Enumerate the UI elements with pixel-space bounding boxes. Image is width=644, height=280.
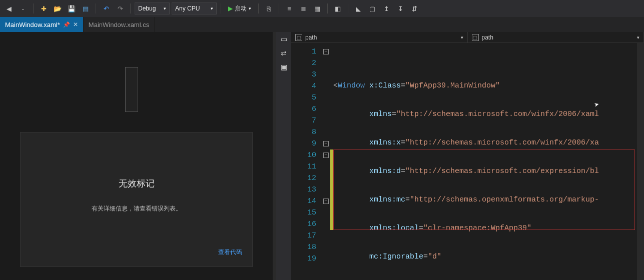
- tool-icon[interactable]: ◧: [332, 2, 344, 14]
- line-number-gutter: 1 2 3 4 5 6 7 8 9 10 11 12 13 14 15 16 1…: [291, 43, 321, 280]
- expand-icon[interactable]: ▣: [281, 63, 287, 71]
- separator: [130, 4, 131, 14]
- tab-label: MainWindow.xaml.cs: [89, 21, 149, 28]
- chevron-down-icon: ▾: [637, 35, 639, 40]
- nav-back-button[interactable]: ◀: [3, 2, 15, 14]
- breadcrumb-left[interactable]: ⬚ path ▾: [291, 32, 468, 42]
- tool-icon[interactable]: ▢: [366, 2, 378, 14]
- fold-toggle[interactable]: −: [323, 152, 329, 158]
- breadcrumb-text: path: [482, 34, 493, 41]
- view-code-link[interactable]: 查看代码: [218, 248, 242, 256]
- tab-label: MainWindow.xaml*: [5, 21, 60, 28]
- designer-error-subtitle: 有关详细信息，请查看错误列表。: [92, 204, 182, 213]
- separator: [33, 4, 34, 14]
- chevron-down-icon: ▾: [249, 6, 251, 11]
- tool-icon[interactable]: ↥: [380, 2, 392, 14]
- separator: [258, 4, 259, 14]
- breadcrumb-text: path: [305, 34, 317, 41]
- close-icon[interactable]: ✕: [73, 21, 78, 28]
- designer-error-title: 无效标记: [119, 178, 155, 190]
- separator: [348, 4, 348, 14]
- new-item-icon[interactable]: ✚: [38, 2, 50, 14]
- open-icon[interactable]: 📂: [52, 2, 64, 14]
- tab-mainwindow-xaml-cs[interactable]: MainWindow.xaml.cs: [84, 17, 155, 32]
- separator: [221, 4, 221, 14]
- vertical-scrollbar[interactable]: [637, 43, 644, 280]
- breadcrumb-bar: ⬚ path ▾ ⬚ path ▾: [291, 32, 644, 43]
- tabstrip: MainWindow.xaml* 📌 ✕ MainWindow.xaml.cs: [0, 17, 644, 32]
- bookmark-icon[interactable]: ◣: [352, 2, 364, 14]
- split-icon[interactable]: ▭: [281, 35, 287, 43]
- breadcrumb-right[interactable]: ⬚ path ▾: [468, 32, 645, 42]
- redo-icon[interactable]: ↷: [114, 2, 126, 14]
- separator: [279, 4, 279, 14]
- fold-toggle[interactable]: −: [323, 198, 329, 204]
- element-icon: ⬚: [295, 34, 302, 41]
- chevron-down-icon: ▾: [211, 6, 213, 11]
- run-button[interactable]: ▶ 启动 ▾: [225, 2, 254, 14]
- thumbnail-outline: [125, 67, 138, 112]
- platform-label: Any CPU: [175, 5, 200, 12]
- swap-icon[interactable]: ⇄: [281, 49, 287, 57]
- tool-icon[interactable]: ⎘: [263, 2, 275, 14]
- code-content[interactable]: <Window x:Class="WpfApp39.MainWindow" xm…: [333, 43, 637, 280]
- tool-icon[interactable]: ≡: [283, 2, 295, 14]
- platform-dropdown[interactable]: Any CPU ▾: [172, 2, 217, 14]
- tab-mainwindow-xaml[interactable]: MainWindow.xaml* 📌 ✕: [0, 17, 84, 32]
- designer-error-box: 无效标记 有关详细信息，请查看错误列表。 查看代码: [20, 132, 253, 267]
- chevron-down-icon: ▾: [461, 35, 463, 40]
- tool-icon[interactable]: ⇵: [408, 2, 420, 14]
- chevron-down-icon: ▾: [164, 6, 166, 11]
- pin-icon[interactable]: 📌: [63, 22, 70, 28]
- element-icon: ⬚: [472, 34, 479, 41]
- config-dropdown[interactable]: Debug ▾: [135, 2, 170, 14]
- tool-icon[interactable]: ▦: [311, 2, 323, 14]
- tool-icon[interactable]: ↧: [394, 2, 406, 14]
- editor-body[interactable]: ➤ 1 2 3 4 5 6 7 8 9 10 11 12 13 14 15 16…: [291, 43, 644, 280]
- main-area: 无效标记 有关详细信息，请查看错误列表。 查看代码 ▭ ⇄ ▣ ⬚ path ▾…: [0, 32, 644, 280]
- save-all-icon[interactable]: ▤: [80, 2, 92, 14]
- undo-icon[interactable]: ↶: [100, 2, 112, 14]
- separator: [327, 4, 328, 14]
- run-label: 启动: [235, 4, 247, 13]
- error-highlight-box: [333, 150, 635, 230]
- fold-toggle[interactable]: −: [323, 141, 329, 146]
- nav-forward-button[interactable]: -: [17, 2, 29, 14]
- config-label: Debug: [138, 5, 156, 12]
- save-icon[interactable]: 💾: [66, 2, 78, 14]
- play-icon: ▶: [228, 5, 233, 12]
- fold-toggle[interactable]: −: [323, 49, 329, 54]
- fold-gutter: − − − −: [321, 43, 330, 280]
- toolbar: ◀ - ✚ 📂 💾 ▤ ↶ ↷ Debug ▾ Any CPU ▾ ▶ 启动 ▾…: [0, 0, 644, 17]
- designer-pane: 无效标记 有关详细信息，请查看错误列表。 查看代码: [0, 32, 273, 280]
- tool-icon[interactable]: ≣: [297, 2, 309, 14]
- split-gutter: ▭ ⇄ ▣: [276, 32, 291, 280]
- code-pane: ⬚ path ▾ ⬚ path ▾ ➤ 1 2 3 4 5 6 7 8 9: [291, 32, 644, 280]
- separator: [96, 4, 96, 14]
